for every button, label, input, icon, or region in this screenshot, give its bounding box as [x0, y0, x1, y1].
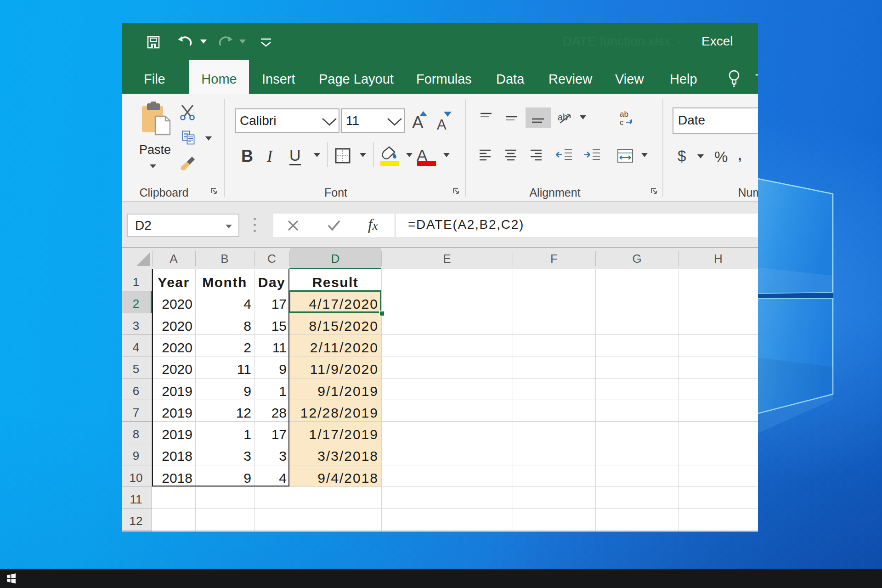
svg-text:ab: ab: [620, 110, 628, 119]
svg-text:c: c: [620, 118, 624, 127]
